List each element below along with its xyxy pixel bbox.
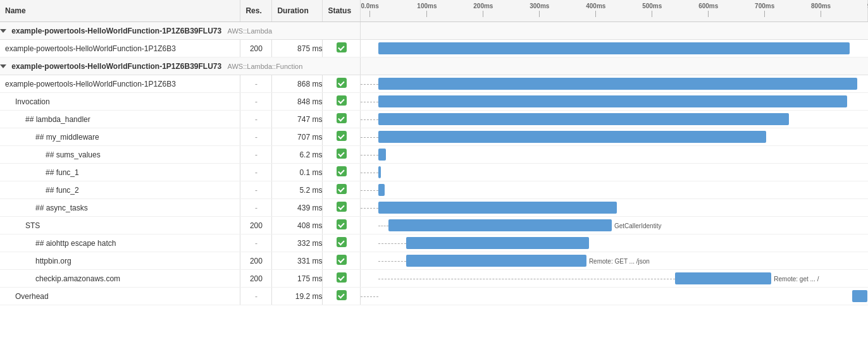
dashed-line <box>361 137 378 138</box>
bar-container <box>361 42 867 54</box>
row-timeline-cell <box>361 128 868 146</box>
row-dur-cell: 747 ms <box>272 111 323 128</box>
timeline-tick: 600ms <box>698 0 718 17</box>
bar-container <box>361 131 867 143</box>
duration-bar <box>378 95 847 107</box>
dashed-line <box>378 243 406 244</box>
row-dur-cell: 332 ms <box>272 234 323 252</box>
section-timeline-cell <box>361 58 868 75</box>
section-name-cell: example-powertools-HelloWorldFunction-1P… <box>0 58 361 75</box>
timeline-tick: 200ms <box>473 0 493 17</box>
status-ok-icon <box>337 113 347 123</box>
bar-label: Remote: GET ... /json <box>586 257 868 264</box>
table-header: Name Res. Duration Status <box>0 0 868 22</box>
row-name-cell: Overhead <box>0 288 240 305</box>
duration-bar <box>378 184 385 196</box>
row-dur-cell: 0.1 ms <box>272 164 323 181</box>
row-timeline-cell <box>361 146 868 164</box>
table-row[interactable]: example-powertools-HelloWorldFunction-1P… <box>0 75 868 93</box>
bar-container <box>361 95 867 107</box>
table-row[interactable]: ## lambda_handler - 747 ms <box>0 111 868 128</box>
row-status-cell <box>323 234 361 252</box>
row-res-cell: - <box>240 93 272 111</box>
row-timeline-cell <box>361 199 868 217</box>
table-row[interactable]: example-powertools-HelloWorldFunction-1P… <box>0 40 868 58</box>
duration-bar <box>406 237 588 249</box>
dashed-line <box>361 208 378 209</box>
dashed-line <box>378 226 388 226</box>
col-header-status: Status <box>323 0 361 22</box>
row-dur-cell: 868 ms <box>272 75 323 93</box>
timeline-tick: 0.0ms <box>361 0 378 17</box>
row-res-cell: - <box>240 181 272 199</box>
row-res-cell: - <box>240 288 272 305</box>
table-row[interactable]: ## aiohttp escape hatch - 332 ms <box>0 234 868 252</box>
bar-container <box>361 184 867 196</box>
status-ok-icon <box>337 184 347 194</box>
col-header-res: Res. <box>240 0 272 22</box>
table-row[interactable]: ## func_2 - 5.2 ms <box>0 181 868 199</box>
table-row[interactable]: Invocation - 848 ms <box>0 93 868 111</box>
duration-bar <box>675 272 771 284</box>
duration-bar <box>378 78 857 90</box>
dashed-line <box>361 296 378 297</box>
row-timeline-cell <box>361 164 868 181</box>
row-dur-cell: 875 ms <box>272 40 323 58</box>
timeline-tick: 400ms <box>586 0 605 17</box>
table-row[interactable]: ## sums_values - 6.2 ms <box>0 146 868 164</box>
col-header-dur: Duration <box>272 0 323 22</box>
row-name-cell: example-powertools-HelloWorldFunction-1P… <box>0 75 240 93</box>
expand-icon[interactable] <box>0 29 6 33</box>
table-row[interactable]: STS 200 408 ms GetCallerIdentity <box>0 217 868 234</box>
bar-container <box>361 166 867 178</box>
trace-table: Name Res. Duration Status <box>0 0 868 305</box>
row-res-cell: - <box>240 111 272 128</box>
row-dur-cell: 707 ms <box>272 128 323 146</box>
dashed-line <box>378 279 675 279</box>
duration-bar <box>378 166 381 178</box>
row-name-cell: ## func_2 <box>0 181 240 199</box>
bar-container: GetCallerIdentity <box>361 219 867 231</box>
duration-bar <box>378 113 789 125</box>
row-timeline-cell <box>361 288 868 305</box>
status-ok-icon <box>337 166 347 176</box>
bar-container <box>361 113 867 125</box>
row-name-cell: ## my_middleware <box>0 128 240 146</box>
expand-icon[interactable] <box>0 64 6 68</box>
table-row[interactable]: checkip.amazonaws.com 200 175 ms Remote:… <box>0 270 868 288</box>
row-status-cell <box>323 270 361 288</box>
dashed-line <box>361 102 378 102</box>
dashed-line <box>378 261 406 262</box>
section-name-cell: example-powertools-HelloWorldFunction-1P… <box>0 22 361 40</box>
trace-data-table: Name Res. Duration Status <box>0 0 868 305</box>
duration-bar <box>852 290 867 302</box>
table-row[interactable]: ## my_middleware - 707 ms <box>0 128 868 146</box>
row-res-cell: - <box>240 234 272 252</box>
row-timeline-cell <box>361 234 868 252</box>
row-status-cell <box>323 164 361 181</box>
row-status-cell <box>323 146 361 164</box>
row-status-cell <box>323 40 361 58</box>
row-name-cell: ## async_tasks <box>0 199 240 217</box>
duration-bar <box>378 202 617 214</box>
table-row[interactable]: httpbin.org 200 331 ms Remote: GET ... /… <box>0 252 868 270</box>
section-row: example-powertools-HelloWorldFunction-1P… <box>0 22 868 40</box>
dashed-line <box>361 84 378 85</box>
timeline-tick: 300ms <box>530 0 549 17</box>
row-timeline-cell <box>361 181 868 199</box>
row-dur-cell: 175 ms <box>272 270 323 288</box>
bar-container: Remote: get ... / <box>361 272 867 284</box>
row-name-cell: ## sums_values <box>0 146 240 164</box>
timeline-tick: 800ms <box>811 0 831 17</box>
status-ok-icon <box>337 237 347 247</box>
row-status-cell <box>323 181 361 199</box>
row-res-cell: - <box>240 199 272 217</box>
col-header-name: Name <box>0 0 240 22</box>
table-row[interactable]: ## func_1 - 0.1 ms <box>0 164 868 181</box>
row-timeline-cell <box>361 40 868 58</box>
table-row[interactable]: ## async_tasks - 439 ms <box>0 199 868 217</box>
row-status-cell <box>323 288 361 305</box>
section-timeline-cell <box>361 22 868 40</box>
row-timeline-cell: Remote: get ... / <box>361 270 868 288</box>
table-row[interactable]: Overhead - 19.2 ms <box>0 288 868 305</box>
